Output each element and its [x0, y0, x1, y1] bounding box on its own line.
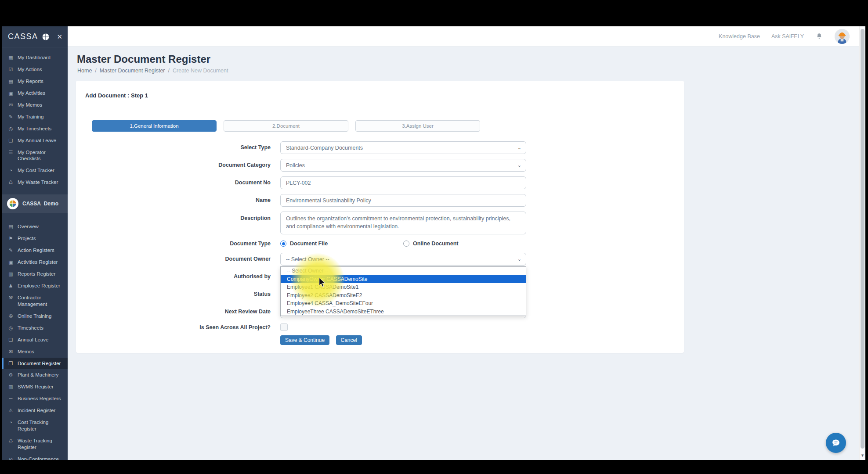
owner-option-employeethree-cassademositeethree[interactable]: EmployeeThree CASSADemoSiteEThree	[281, 308, 526, 316]
sidebar-item-my-timesheets[interactable]: ◷My Timesheets	[2, 123, 68, 135]
sidebar-item-online-training[interactable]: ✇Online Training	[2, 310, 68, 322]
incident-register-icon: ⚠	[8, 407, 14, 413]
action-registers-icon: ✎	[8, 247, 14, 253]
sidebar-item-my-training[interactable]: ✎My Training	[2, 111, 68, 123]
main-content: Master Document Register Home/Master Doc…	[68, 47, 859, 460]
waste-tracking-icon: ♺	[8, 438, 14, 444]
breadcrumb-item-master-document-register[interactable]: Master Document Register	[100, 68, 165, 74]
select-type-label: Select Type	[76, 141, 271, 154]
reports-icon: ▤	[8, 78, 14, 84]
sidebar-item-my-dashboard[interactable]: ▦My Dashboard	[2, 52, 68, 64]
notifications-bell-icon[interactable]	[815, 32, 823, 40]
owner-option-employee4-cassa-demositeefour[interactable]: Employee4 CASSA_DemoSiteEFour	[281, 299, 526, 308]
document-file-radio[interactable]	[280, 241, 286, 247]
sidebar-item-projects[interactable]: ⚑Projects	[2, 233, 68, 244]
document-category-value: Policies	[286, 162, 305, 169]
save-continue-button[interactable]: Save & Continue	[280, 335, 329, 345]
sidebar-header: CASSA ✕	[2, 26, 68, 47]
scrollbar-thumb[interactable]	[861, 29, 864, 449]
breadcrumb-item-create-new-document: Create New Document	[173, 68, 228, 74]
annual-leave-icon: ❏	[8, 137, 14, 144]
select-type-select[interactable]: Standard-Company Documents ⌄	[280, 141, 526, 154]
sidebar-item-non-conformance-register[interactable]: ⊘Non-Conformance Register	[2, 453, 68, 460]
sidebar-item-my-actions[interactable]: ☑My Actions	[2, 64, 68, 75]
memos-icon: ✉	[8, 348, 14, 355]
ask-saifely-link[interactable]: Ask SAiFELY	[771, 33, 804, 40]
sidebar-item-incident-register[interactable]: ⚠Incident Register	[2, 405, 68, 417]
step-tab-1-general-information[interactable]: 1.General Information	[92, 120, 217, 132]
sidebar-item-cost-tracking-register[interactable]: ◔Cost Tracking Register	[2, 417, 68, 435]
sidebar-item-reports-register[interactable]: ▥Reports Register	[2, 268, 68, 280]
document-owner-label: Document Owner	[76, 253, 271, 266]
sidebar-item-memos[interactable]: ✉Memos	[2, 346, 68, 358]
sidebar-item-my-reports[interactable]: ▤My Reports	[2, 75, 68, 87]
memos-icon: ✉	[8, 102, 14, 108]
sidebar-item-my-operator-checklists[interactable]: ☰My Operator Checklists	[2, 147, 68, 165]
document-no-input[interactable]	[280, 176, 526, 189]
chat-bubble-icon	[831, 438, 841, 448]
sidebar-item-my-annual-leave[interactable]: ❏My Annual Leave	[2, 135, 68, 147]
sidebar-item-timesheets[interactable]: ◷Timesheets	[2, 322, 68, 334]
is-seen-checkbox[interactable]	[280, 323, 288, 331]
activities-icon: ▣	[8, 90, 14, 96]
close-sidebar-icon[interactable]: ✕	[57, 33, 62, 40]
chat-launcher-button[interactable]	[826, 433, 846, 453]
sidebar-item-swms-register[interactable]: ▥SWMS Register	[2, 381, 68, 393]
document-file-radio-option[interactable]: Document File	[280, 241, 403, 247]
authorised-by-label: Authorised by	[76, 270, 271, 283]
owner-option-employee2-cassademositee2[interactable]: Employee2 CASSADemoSiteE2	[281, 291, 526, 300]
sidebar-item-plant-machinery[interactable]: ⚙Plant & Machinery	[2, 369, 68, 381]
topbar: Knowledge Base Ask SAiFELY	[68, 26, 859, 47]
projects-icon: ⚑	[8, 235, 14, 241]
online-document-radio-option[interactable]: Online Document	[403, 241, 526, 247]
sidebar-item-document-register[interactable]: ❒Document Register	[2, 358, 68, 370]
sidebar-item-activities-register[interactable]: ▣Activities Register	[2, 256, 68, 268]
sidebar-item-annual-leave[interactable]: ❏Annual Leave	[2, 334, 68, 346]
document-owner-dropdown: -- Select Owner --CompanyOwner CASSADemo…	[280, 266, 526, 316]
step-tab-3-assign-user[interactable]: 3.Assign User	[355, 120, 480, 132]
sidebar-item-action-registers[interactable]: ✎Action Registers	[2, 244, 68, 256]
chevron-down-icon: ⌄	[517, 162, 521, 168]
timesheets-icon: ◷	[8, 325, 14, 331]
owner-option-companyowner-cassademosite[interactable]: CompanyOwner CASSADemoSite	[281, 275, 526, 284]
sidebar-item-overview[interactable]: ▤Overview	[2, 221, 68, 233]
owner-option-select-owner[interactable]: -- Select Owner --	[281, 267, 526, 275]
sidebar-item-my-memos[interactable]: ✉My Memos	[2, 99, 68, 111]
cancel-button[interactable]: Cancel	[336, 335, 362, 345]
sidebar-item-my-activities[interactable]: ▣My Activities	[2, 87, 68, 99]
step-tab-2-document[interactable]: 2.Document	[224, 120, 348, 132]
sidebar-item-waste-tracking-register[interactable]: ♺Waste Tracking Register	[2, 435, 68, 453]
breadcrumb-item-home[interactable]: Home	[77, 68, 92, 74]
document-no-label: Document No	[76, 176, 271, 189]
operator-checklists-icon: ☰	[8, 149, 14, 155]
org-nav: ▤Overview⚑Projects✎Action Registers▣Acti…	[2, 216, 68, 460]
sidebar-item-my-cost-tracker[interactable]: ◔My Cost Tracker	[2, 165, 68, 176]
document-owner-value: -- Select Owner --	[286, 256, 329, 262]
description-label: Description	[76, 212, 271, 234]
breadcrumb: Home/Master Document Register/Create New…	[77, 68, 859, 74]
form-card: Add Document : Step 1 1.General Informat…	[76, 81, 684, 353]
reports-register-icon: ▥	[8, 271, 14, 277]
user-avatar-image	[835, 29, 850, 44]
sidebar-item-contractor-management[interactable]: ⚒Contractor Management	[2, 292, 68, 310]
org-avatar	[7, 198, 18, 209]
owner-option-employee1-cassademosite1[interactable]: Employee1 CASSADemoSite1	[281, 283, 526, 291]
org-selector[interactable]: CASSA_Demo	[2, 194, 68, 213]
user-avatar[interactable]	[835, 29, 850, 44]
sidebar-item-my-waste-tracker[interactable]: ♺My Waste Tracker	[2, 176, 68, 188]
knowledge-base-link[interactable]: Knowledge Base	[719, 33, 760, 40]
sidebar-item-employee-register[interactable]: ♟Employee Register	[2, 280, 68, 292]
document-category-select[interactable]: Policies ⌄	[280, 159, 526, 172]
scroll-down-arrow-icon[interactable]: ▾	[860, 452, 865, 458]
swms-register-icon: ▥	[8, 384, 14, 390]
actions-icon: ☑	[8, 66, 14, 72]
description-textarea[interactable]: Outlines the organization's commitment t…	[280, 212, 526, 234]
status-label: Status	[76, 288, 271, 301]
sidebar-item-business-registers[interactable]: ☰Business Registers	[2, 393, 68, 405]
select-type-value: Standard-Company Documents	[286, 145, 363, 151]
online-document-radio[interactable]	[403, 241, 409, 247]
training-icon: ✎	[8, 114, 14, 120]
document-register-icon: ❒	[8, 360, 14, 366]
document-owner-select[interactable]: -- Select Owner -- ⌄	[280, 253, 526, 266]
name-input[interactable]	[280, 194, 526, 207]
